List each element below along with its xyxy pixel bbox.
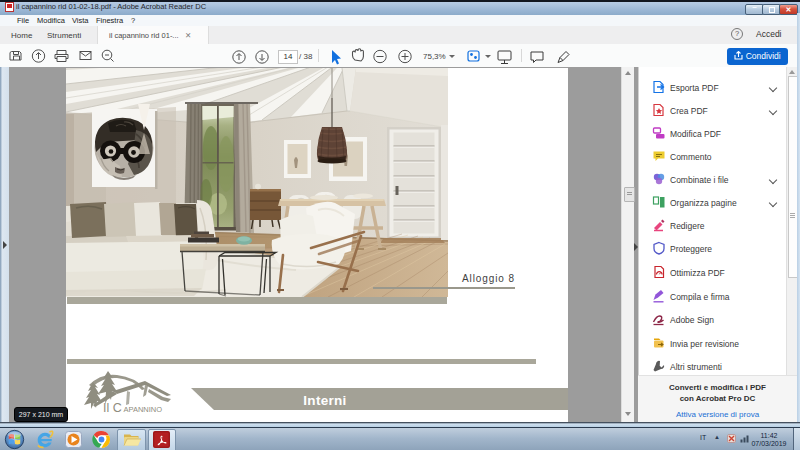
svg-text:Interni: Interni	[303, 393, 346, 408]
